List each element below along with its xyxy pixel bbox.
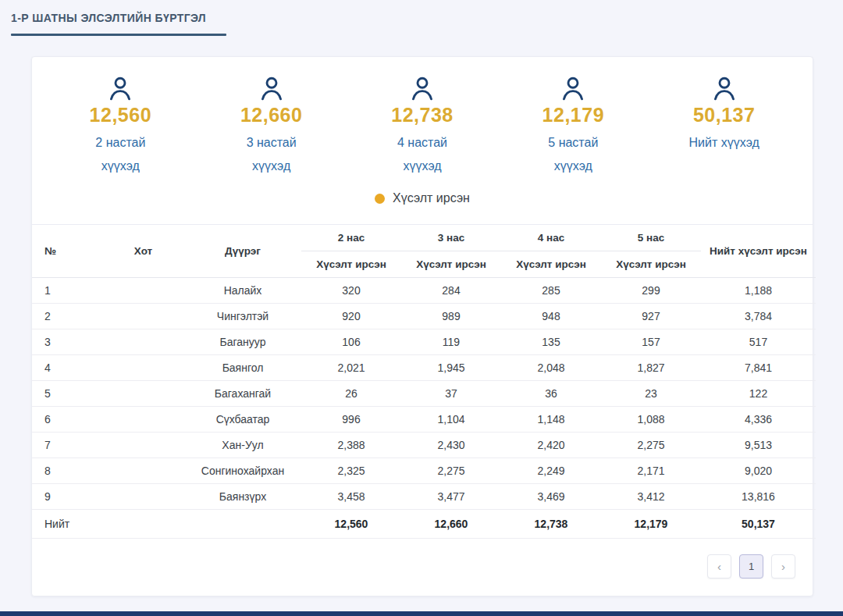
total-row: Нийт 12,560 12,660 12,738 12,179 50,137 xyxy=(32,510,816,539)
person-icon xyxy=(258,74,286,102)
cell-district: Чингэлтэй xyxy=(184,304,301,329)
col-header-age5: 5 нас xyxy=(601,225,701,251)
table-row: 2 Чингэлтэй 920 989 948 927 3,784 xyxy=(32,304,816,329)
cell-age3: 989 xyxy=(401,304,501,329)
cell-district: Сонгинохайрхан xyxy=(184,458,301,484)
cell-total: 122 xyxy=(701,381,816,407)
col-header-city: Хот xyxy=(102,225,184,278)
cell-no: 2 xyxy=(32,304,102,329)
cell-age5: 299 xyxy=(601,278,701,304)
cell-age4: 1,148 xyxy=(501,407,601,433)
stat-label: Нийт хүүхэд xyxy=(654,131,795,155)
cell-age2: 26 xyxy=(301,381,401,407)
subheader-requests-age5: Хүсэлт ирсэн xyxy=(601,251,701,278)
cell-age3: 2,275 xyxy=(401,458,501,484)
table-row: 9 Баянзүрх 3,458 3,477 3,469 3,412 13,81… xyxy=(32,484,816,510)
cell-total: 3,784 xyxy=(701,304,816,329)
person-icon xyxy=(710,74,738,102)
table-row: 3 Багануур 106 119 135 157 517 xyxy=(32,329,816,355)
subheader-requests-age2: Хүсэлт ирсэн xyxy=(301,251,401,278)
cell-age5: 23 xyxy=(601,381,701,407)
cell-no: 7 xyxy=(32,433,102,458)
stat-card: 12,660 3 настай хүүхэд xyxy=(201,74,342,177)
cell-city xyxy=(102,278,184,304)
cell-age2: 996 xyxy=(301,407,401,433)
cell-age4: 285 xyxy=(501,278,601,304)
cell-district: Багануур xyxy=(184,329,301,355)
col-header-grand-total: Нийт хүсэлт ирсэн xyxy=(701,225,816,278)
cell-city xyxy=(102,355,184,381)
stat-label: 5 настай хүүхэд xyxy=(503,131,643,177)
cell-age5: 157 xyxy=(601,329,701,355)
cell-city xyxy=(102,458,184,484)
stat-card: 50,137 Нийт хүүхэд xyxy=(654,74,795,177)
pagination-next-button[interactable]: › xyxy=(771,554,795,579)
cell-total: 517 xyxy=(701,329,816,355)
total-age5: 12,179 xyxy=(601,510,701,539)
table-row: 1 Налайх 320 284 285 299 1,188 xyxy=(32,278,816,304)
cell-age3: 3,477 xyxy=(401,484,501,510)
cell-age2: 320 xyxy=(301,278,401,304)
subheader-requests-age4: Хүсэлт ирсэн xyxy=(501,251,601,278)
main-panel: 12,560 2 настай хүүхэд 12,660 3 настай х… xyxy=(31,56,813,596)
cell-no: 8 xyxy=(32,458,102,484)
cell-no: 1 xyxy=(32,278,102,304)
col-header-no: № xyxy=(32,225,102,278)
cell-city xyxy=(102,484,184,510)
cell-age2: 106 xyxy=(301,329,401,355)
cell-age4: 2,048 xyxy=(501,355,601,381)
cell-city xyxy=(102,329,184,355)
tab-active-indicator xyxy=(11,34,226,36)
stat-card: 12,738 4 настай хүүхэд xyxy=(352,74,493,177)
table-row: 6 Сүхбаатар 996 1,104 1,148 1,088 4,336 xyxy=(32,407,816,433)
stats-row: 12,560 2 настай хүүхэд 12,660 3 настай х… xyxy=(40,74,805,177)
cell-age5: 3,412 xyxy=(601,484,701,510)
cell-age5: 2,275 xyxy=(601,433,701,458)
cell-age4: 2,420 xyxy=(501,433,601,458)
cell-total: 7,841 xyxy=(701,355,816,381)
cell-age5: 2,171 xyxy=(601,458,701,484)
cell-district: Баянзүрх xyxy=(184,484,301,510)
pagination-page-1-button[interactable]: 1 xyxy=(739,554,763,579)
stats-section: 12,560 2 настай хүүхэд 12,660 3 настай х… xyxy=(32,57,813,225)
pagination: ‹ 1 › xyxy=(32,539,813,596)
bottom-bar xyxy=(0,611,843,616)
col-header-district: Дүүрэг xyxy=(184,225,301,278)
cell-age5: 1,827 xyxy=(601,355,701,381)
pagination-prev-button[interactable]: ‹ xyxy=(707,554,731,579)
cell-age3: 119 xyxy=(401,329,501,355)
cell-no: 9 xyxy=(32,484,102,510)
cell-age2: 2,021 xyxy=(301,355,401,381)
cell-total: 9,513 xyxy=(701,433,816,458)
stat-label: 3 настай хүүхэд xyxy=(201,131,342,177)
cell-age4: 135 xyxy=(501,329,601,355)
cell-city xyxy=(102,407,184,433)
total-grand: 50,137 xyxy=(701,510,816,539)
person-icon xyxy=(559,74,587,102)
cell-city xyxy=(102,381,184,407)
total-age2: 12,560 xyxy=(301,510,401,539)
person-icon xyxy=(106,74,134,102)
legend: Хүсэлт ирсэн xyxy=(40,191,805,205)
tab-enrollment-stage1[interactable]: 1-Р ШАТНЫ ЭЛСЭЛТИЙН БҮРТГЭЛ xyxy=(11,12,206,24)
cell-no: 5 xyxy=(32,381,102,407)
table-row: 4 Баянгол 2,021 1,945 2,048 1,827 7,841 xyxy=(32,355,816,381)
stat-label: 4 настай хүүхэд xyxy=(352,131,493,177)
table-body: 1 Налайх 320 284 285 299 1,188 2 Чингэлт… xyxy=(32,278,816,510)
cell-age3: 2,430 xyxy=(401,433,501,458)
cell-total: 1,188 xyxy=(701,278,816,304)
cell-district: Багахангай xyxy=(184,381,301,407)
subheader-requests-age3: Хүсэлт ирсэн xyxy=(401,251,501,278)
col-header-age2: 2 нас xyxy=(301,225,401,251)
stat-value: 12,738 xyxy=(352,104,493,126)
cell-city xyxy=(102,304,184,329)
cell-age3: 1,945 xyxy=(401,355,501,381)
cell-age4: 36 xyxy=(501,381,601,407)
legend-dot-icon xyxy=(375,194,385,204)
cell-district: Налайх xyxy=(184,278,301,304)
stat-card: 12,560 2 настай хүүхэд xyxy=(50,74,190,177)
cell-age2: 2,325 xyxy=(301,458,401,484)
table-header: № Хот Дүүрэг 2 нас 3 нас 4 нас 5 нас Ний… xyxy=(32,225,816,278)
tab-bar: 1-Р ШАТНЫ ЭЛСЭЛТИЙН БҮРТГЭЛ xyxy=(0,0,843,36)
table-footer: Нийт 12,560 12,660 12,738 12,179 50,137 xyxy=(32,510,816,539)
